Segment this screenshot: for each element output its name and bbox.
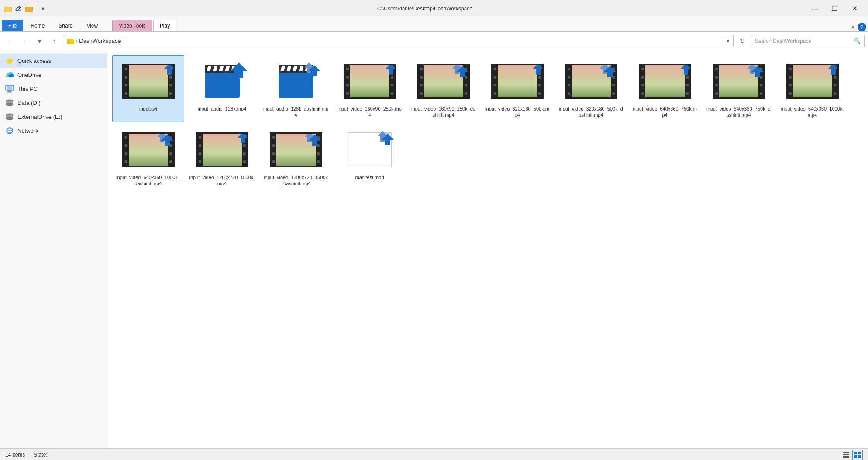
folder-icon bbox=[3, 4, 12, 13]
file-item[interactable]: input_video_640x360_1000k.mp4 bbox=[776, 55, 848, 122]
file-item[interactable]: input_audio_128k.mp4 bbox=[186, 55, 258, 122]
current-folder: DashWorkspace bbox=[79, 38, 121, 44]
data-d-label: Data (D:) bbox=[17, 100, 41, 106]
state-label: State: bbox=[34, 452, 47, 458]
main-layout: ⭐ Quick access OneDrive This PC bbox=[0, 50, 868, 448]
status-bar: 14 items State: bbox=[0, 448, 868, 460]
file-thumbnail bbox=[637, 59, 693, 103]
toolbar-separator bbox=[37, 4, 37, 13]
edit-icon bbox=[14, 4, 23, 13]
file-area: input.aviinput_audio_128k.mp4input_audio… bbox=[107, 50, 868, 448]
quick-access-label: Quick access bbox=[17, 58, 51, 64]
sidebar-item-onedrive[interactable]: OneDrive bbox=[0, 68, 107, 82]
file-name: input_video_320x180_500k_dashinit.mp4 bbox=[558, 106, 624, 118]
grid-view-button[interactable] bbox=[852, 450, 863, 460]
file-item[interactable]: input.avi bbox=[112, 55, 184, 122]
tab-play[interactable]: Play bbox=[153, 20, 176, 31]
file-item[interactable]: input_video_160x90_250k.mp4 bbox=[334, 55, 406, 122]
title-bar: ▼ C:\Users\danie\Desktop\DashWorkspace —… bbox=[0, 0, 868, 17]
tab-video-tools-label: Video Tools bbox=[112, 20, 152, 31]
folder-yellow-icon bbox=[24, 4, 33, 13]
network-label: Network bbox=[17, 128, 38, 134]
svg-marker-4 bbox=[16, 6, 21, 11]
file-thumbnail bbox=[489, 59, 546, 103]
svg-rect-33 bbox=[858, 455, 861, 458]
file-item[interactable]: input_video_640x360_750k_dashinit.mp4 bbox=[703, 55, 775, 122]
data-d-icon bbox=[5, 98, 14, 107]
svg-line-5 bbox=[18, 7, 20, 8]
minimize-button[interactable]: — bbox=[804, 0, 824, 17]
file-name: input_video_640x360_1000k_dashinit.mp4 bbox=[116, 174, 181, 187]
onedrive-label: OneDrive bbox=[17, 72, 41, 78]
file-name: input_video_320x180_500k.mp4 bbox=[485, 106, 550, 118]
file-name: input_audio_128k.mp4 bbox=[198, 106, 246, 112]
file-thumbnail bbox=[341, 59, 398, 103]
file-thumbnail bbox=[120, 128, 177, 172]
expand-arrow[interactable]: ▼ bbox=[41, 6, 45, 11]
refresh-button[interactable]: ↻ bbox=[736, 35, 748, 47]
ribbon-tabs: File Home Share View Video Tools Play ∧ … bbox=[0, 17, 868, 31]
search-box[interactable]: Search DashWorkspace 🔍 bbox=[751, 35, 865, 47]
back-button[interactable]: ‹ bbox=[3, 35, 16, 47]
file-item[interactable]: input_video_1280x720_1500k_dashinit.mp4 bbox=[260, 124, 332, 191]
svg-rect-2 bbox=[4, 7, 11, 12]
up-button[interactable]: ↑ bbox=[48, 35, 60, 47]
file-name: manifest.mpd bbox=[355, 174, 384, 180]
file-name: input_audio_128k_dashinit.mp4 bbox=[263, 106, 329, 118]
address-dropdown[interactable]: ▾ bbox=[727, 38, 730, 44]
file-item[interactable]: input_audio_128k_dashinit.mp4 bbox=[260, 55, 332, 122]
svg-rect-10 bbox=[67, 39, 70, 40]
file-thumbnail bbox=[341, 128, 398, 172]
ribbon-collapse-btn[interactable]: ∧ bbox=[851, 24, 855, 30]
sidebar-item-quick-access[interactable]: ⭐ Quick access bbox=[0, 54, 107, 68]
view-controls bbox=[841, 450, 863, 460]
file-thumbnail bbox=[120, 59, 177, 103]
svg-rect-29 bbox=[843, 457, 849, 458]
address-path[interactable]: › DashWorkspace ▾ bbox=[63, 35, 734, 47]
tab-share[interactable]: Share bbox=[52, 20, 79, 31]
file-name: input_video_160x90_250k_dashinit.mp4 bbox=[411, 106, 476, 118]
sidebar-item-external-e[interactable]: ExternalDrive (E:) bbox=[0, 110, 107, 124]
sidebar-item-data-d[interactable]: Data (D:) bbox=[0, 96, 107, 110]
close-button[interactable]: ✕ bbox=[844, 0, 865, 17]
file-name: input.avi bbox=[139, 106, 157, 112]
file-name: input_video_1280x720_1500k.mp4 bbox=[189, 174, 255, 187]
this-pc-icon bbox=[5, 84, 14, 93]
file-thumbnail bbox=[268, 128, 324, 172]
file-item[interactable]: input_video_320x180_500k_dashinit.mp4 bbox=[555, 55, 627, 122]
folder-address-icon bbox=[67, 38, 74, 44]
title-bar-icons: ▼ bbox=[3, 4, 45, 13]
tab-home[interactable]: Home bbox=[24, 20, 51, 31]
tab-view[interactable]: View bbox=[80, 20, 104, 31]
this-pc-label: This PC bbox=[17, 86, 38, 92]
file-thumbnail bbox=[415, 59, 472, 103]
file-thumbnail bbox=[563, 59, 620, 103]
file-item[interactable]: input_video_1280x720_1500k.mp4 bbox=[186, 124, 258, 191]
ribbon: File Home Share View Video Tools Play ∧ … bbox=[0, 17, 868, 32]
history-dropdown-button[interactable]: ▾ bbox=[33, 35, 45, 47]
list-view-button[interactable] bbox=[841, 450, 851, 460]
network-icon bbox=[5, 126, 14, 135]
file-item[interactable]: input_video_640x360_750k.mp4 bbox=[629, 55, 701, 122]
svg-rect-31 bbox=[858, 452, 861, 454]
sidebar-item-network[interactable]: Network bbox=[0, 124, 107, 138]
item-count: 14 items bbox=[5, 452, 25, 458]
window-title: C:\Users\danie\Desktop\DashWorkspace bbox=[47, 6, 803, 12]
help-button[interactable]: ? bbox=[858, 23, 866, 31]
file-name: input_video_160x90_250k.mp4 bbox=[337, 106, 403, 118]
window-controls: — ☐ ✕ bbox=[804, 0, 865, 17]
file-item[interactable]: manifest.mpd bbox=[334, 124, 406, 191]
file-name: input_video_640x360_1000k.mp4 bbox=[780, 106, 845, 118]
svg-rect-30 bbox=[854, 452, 857, 454]
file-item[interactable]: input_video_640x360_1000k_dashinit.mp4 bbox=[112, 124, 184, 191]
sidebar-item-this-pc[interactable]: This PC bbox=[0, 82, 107, 96]
file-item[interactable]: input_video_320x180_500k.mp4 bbox=[481, 55, 553, 122]
svg-rect-26 bbox=[843, 452, 849, 453]
tab-file[interactable]: File bbox=[2, 20, 23, 31]
forward-button[interactable]: › bbox=[18, 35, 31, 47]
file-item[interactable]: input_video_160x90_250k_dashinit.mp4 bbox=[407, 55, 479, 122]
file-thumbnail bbox=[784, 59, 841, 103]
maximize-button[interactable]: ☐ bbox=[824, 0, 844, 17]
svg-rect-28 bbox=[843, 456, 849, 457]
file-name: input_video_1280x720_1500k_dashinit.mp4 bbox=[263, 174, 329, 187]
